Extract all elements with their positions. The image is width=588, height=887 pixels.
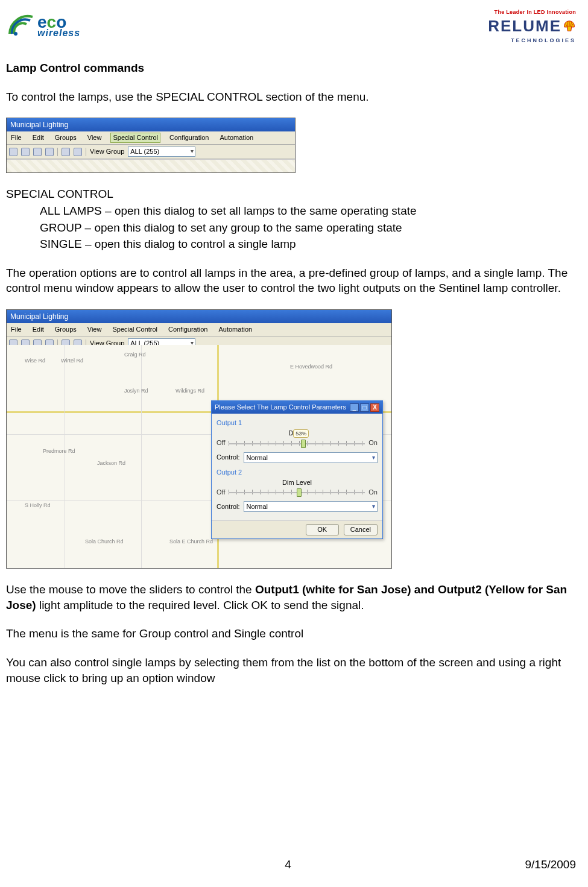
dialog-title: Please Select The Lamp Control Parameter… [215,403,346,412]
viewgroup-label: View Group [90,147,124,156]
toolbar-icon[interactable] [45,148,54,156]
slider-on-label: On [368,488,378,497]
screenshot-dialog: Municipal Lighting File Edit Groups View… [6,309,392,569]
shell-icon [563,20,576,33]
cancel-button[interactable]: Cancel [344,524,378,535]
menu-configuration[interactable]: Configuration [168,133,210,143]
ok-button[interactable]: OK [306,524,339,535]
lamp-control-dialog: Please Select The Lamp Control Parameter… [211,400,383,539]
svg-point-0 [14,32,17,36]
output2-slider[interactable] [229,487,365,497]
menu-groups[interactable]: Groups [53,324,78,335]
output2-control-select[interactable]: Normal [244,501,378,512]
relume-word: RELUME [488,16,561,37]
road-label: Wirtel Rd [61,357,83,364]
relume-sub: TECHNOLOGIES [488,37,576,44]
slider-off-label: Off [217,438,225,447]
slider-value-bubble: 53% [293,429,309,438]
special-control-single: SINGLE – open this dialog to control a s… [40,236,576,252]
slider-on-label: On [368,438,378,447]
menu-bar: File Edit Groups View Special Control Co… [7,323,391,336]
road-label: Joslyn Rd [124,387,148,394]
special-control-all: ALL LAMPS – open this dialog to set all … [40,203,576,219]
menu-bar: File Edit Groups View Special Control Co… [7,131,295,145]
slider-thumb-icon[interactable] [297,488,302,497]
section-heading: Lamp Control commands [6,60,576,76]
menu-special-control[interactable]: Special Control [110,133,160,143]
menu-file[interactable]: File [9,324,24,335]
toolbar-icon[interactable] [21,148,30,156]
dim-level-label-2: Dim Level [217,478,378,487]
output1-label: Output 1 [217,418,378,428]
paragraph-same-menu: The menu is the same for Group control a… [6,626,576,642]
page-number: 4 [0,857,576,873]
menu-edit[interactable]: Edit [31,324,46,335]
window-title: Municipal Lighting [7,310,391,323]
toolbar: View Group ALL (255) [7,145,295,159]
control-label: Control: [217,502,240,511]
control-label: Control: [217,453,240,462]
page-date: 9/15/2009 [525,857,576,873]
road-label: Wise Rd [25,357,45,364]
toolbar-separator [57,148,58,156]
viewgroup-select[interactable]: ALL (255) [128,147,195,157]
road-label: Sola Church Rd [85,538,124,545]
output1-slider[interactable]: 53% [229,438,365,449]
road-label: Jackson Rd [97,459,125,467]
paragraph-operation: The operation options are to control all… [6,265,576,296]
screenshot-menubar: Municipal Lighting File Edit Groups View… [6,118,296,173]
output2-label: Output 2 [217,468,378,477]
menu-automation[interactable]: Automation [218,133,255,143]
road-label: Predmore Rd [43,447,75,455]
toolbar-icon[interactable] [33,148,42,156]
slider-off-label: Off [217,488,225,497]
close-icon[interactable]: X [370,403,379,412]
special-control-group: GROUP – open this dialog to set any grou… [40,220,576,236]
eco-subword: wireless [37,27,80,40]
menu-edit[interactable]: Edit [31,133,46,143]
road-label: Sola E Church Rd [169,538,213,545]
output1-control-select[interactable]: Normal [244,452,378,463]
slider-thumb-icon[interactable] [301,440,306,448]
minimize-icon[interactable]: _ [350,403,359,412]
menu-configuration[interactable]: Configuration [166,324,209,335]
menu-automation[interactable]: Automation [217,324,254,335]
toolbar-icon[interactable] [62,148,70,156]
toolbar-icon[interactable] [9,148,17,156]
eco-wireless-logo: eco wireless [6,8,103,45]
relume-logo: The Leader In LED Innovation RELUME TECH… [488,8,576,44]
road-label: E Hovedwood Rd [290,363,332,370]
menu-file[interactable]: File [9,133,24,143]
menu-groups[interactable]: Groups [53,133,78,143]
special-control-header: SPECIAL CONTROL [6,186,576,202]
road-label: S Holly Rd [25,502,51,509]
menu-view[interactable]: View [86,324,104,335]
window-title: Municipal Lighting [7,118,295,131]
toolbar-separator [86,148,86,156]
paragraph-intro: To control the lamps, use the SPECIAL CO… [6,89,576,105]
signal-arc-icon [6,8,36,39]
menu-view[interactable]: View [86,133,104,143]
relume-tagline: The Leader In LED Innovation [488,8,576,16]
road-label: Craig Rd [124,351,146,358]
paragraph-rightclick: You can also control single lamps by sel… [6,655,576,686]
maximize-icon[interactable]: □ [360,403,369,412]
menu-special-control[interactable]: Special Control [110,324,159,335]
map-strip [7,159,295,173]
toolbar-icon[interactable] [74,148,82,156]
road-label: Wildings Rd [175,387,204,394]
paragraph-sliders: Use the mouse to move the sliders to con… [6,582,576,613]
